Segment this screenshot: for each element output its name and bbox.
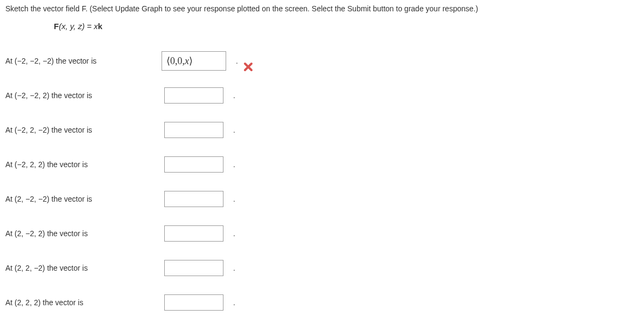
wrong-icon xyxy=(243,62,253,72)
row-period: . xyxy=(233,126,235,134)
vector-input[interactable] xyxy=(164,191,223,207)
vector-row-label: At (−2, 2, 2) the vector is xyxy=(5,160,162,169)
vector-input[interactable]: ⟨0,0,x⟩ xyxy=(162,51,226,71)
vector-row: At (2, 2, −2) the vector is. xyxy=(5,251,639,285)
vector-row: At (−2, −2, −2) the vector is⟨0,0,x⟩. xyxy=(5,44,639,78)
equation-args: (x, y, z) xyxy=(59,22,85,31)
vector-field-equation: F(x, y, z) = xk xyxy=(54,22,639,31)
vector-row-label: At (2, 2, −2) the vector is xyxy=(5,264,162,272)
vector-row: At (−2, 2, 2) the vector is. xyxy=(5,147,639,182)
vector-row-label: At (−2, −2, 2) the vector is xyxy=(5,91,162,100)
vector-row: At (−2, 2, −2) the vector is. xyxy=(5,113,639,147)
row-period: . xyxy=(233,160,235,169)
vector-row-label: At (−2, 2, −2) the vector is xyxy=(5,126,162,134)
vector-row-label: At (2, 2, 2) the vector is xyxy=(5,298,162,307)
vector-row-label: At (2, −2, −2) the vector is xyxy=(5,195,162,203)
equation-eq: = xyxy=(85,22,94,31)
vector-input[interactable] xyxy=(164,225,223,242)
vector-row: At (2, 2, 2) the vector is. xyxy=(5,285,639,316)
instructions-text: Sketch the vector field F. (Select Updat… xyxy=(5,4,478,13)
row-period: . xyxy=(236,57,238,65)
vector-row: At (−2, −2, 2) the vector is. xyxy=(5,78,639,113)
equation-func: F xyxy=(54,22,59,31)
vector-row: At (2, −2, 2) the vector is. xyxy=(5,216,639,251)
row-period: . xyxy=(233,195,235,203)
row-period: . xyxy=(233,264,235,272)
vector-input[interactable] xyxy=(164,294,223,311)
row-period: . xyxy=(233,91,235,100)
vector-input[interactable] xyxy=(164,87,223,104)
vector-input[interactable] xyxy=(164,122,223,138)
vector-row: At (2, −2, −2) the vector is. xyxy=(5,182,639,216)
vector-input[interactable] xyxy=(164,156,223,173)
row-period: . xyxy=(233,298,235,307)
vector-row-label: At (2, −2, 2) the vector is xyxy=(5,229,162,238)
vector-input[interactable] xyxy=(164,260,223,276)
vector-input-value: ⟨0,0,x⟩ xyxy=(166,55,193,67)
vector-row-label: At (−2, −2, −2) the vector is xyxy=(5,57,162,65)
question-instructions: Sketch the vector field F. (Select Updat… xyxy=(5,4,639,13)
equation-vec: k xyxy=(98,22,102,31)
row-period: . xyxy=(233,229,235,238)
equation-coef: x xyxy=(94,22,98,31)
